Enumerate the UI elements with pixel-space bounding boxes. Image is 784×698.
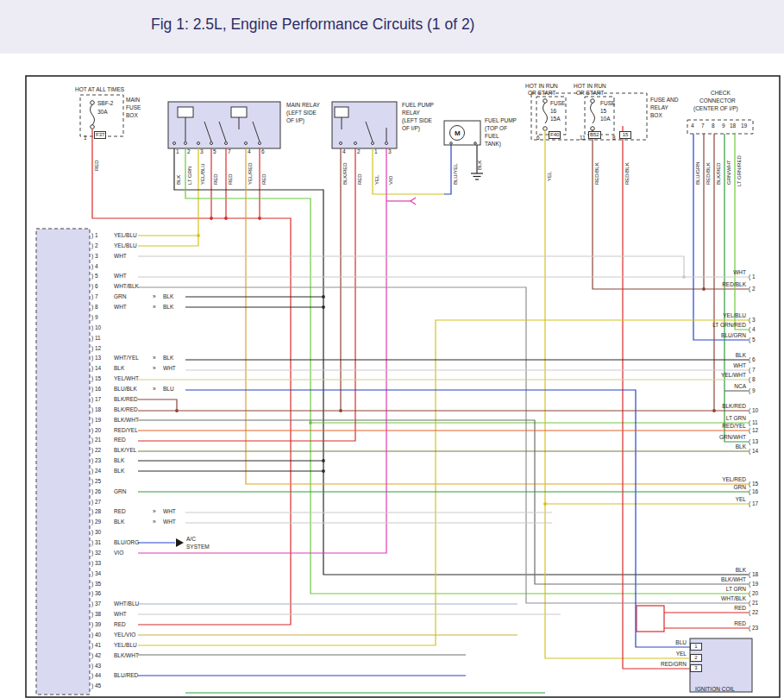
junction-dot (682, 275, 686, 279)
check-connector-box (687, 120, 753, 134)
junction-dot (224, 217, 228, 220)
junction-dot (197, 234, 200, 237)
fuse16-box (536, 97, 566, 135)
pump-terminal (450, 142, 453, 145)
fuse15-box (585, 97, 614, 135)
junction-dot (175, 409, 179, 412)
junction-dot (322, 459, 325, 462)
junction-dot (322, 305, 325, 309)
junction-dot (322, 295, 325, 299)
wiring-diagram: Fig 1: 2.5L, Engine Performance Circuits… (0, 0, 784, 698)
junction-dot (712, 409, 716, 412)
motor-icon (450, 126, 465, 141)
junction-dot (339, 409, 342, 412)
junction-dot (210, 217, 213, 220)
ecm-connector-box (36, 229, 90, 695)
main-fuse-box (80, 95, 123, 136)
junction-dot (543, 502, 547, 506)
ignition-coil-box (690, 638, 752, 692)
junction-dot (258, 217, 261, 220)
pump-terminal (474, 142, 477, 145)
wiring-svg (0, 0, 784, 698)
junction-dot (309, 421, 312, 424)
junction-dot (322, 469, 325, 473)
junction-dot (702, 287, 706, 291)
